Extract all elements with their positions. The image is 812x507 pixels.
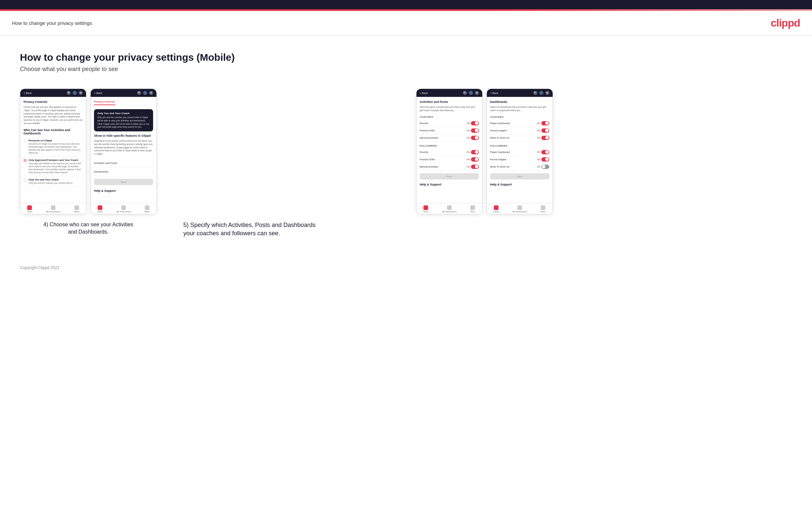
copyright: Copyright Clippd 2022	[20, 266, 59, 270]
home-icon-2	[98, 206, 102, 210]
phone-1-content: Privacy Controls Control how you and you…	[20, 97, 86, 203]
coaches-round-insights-toggle[interactable]	[541, 128, 549, 133]
menu-icon-3	[470, 206, 475, 210]
user-icon-4[interactable]: 👤	[539, 91, 543, 95]
right-pair: < Back 🔍 👤 ⚙ Activities and Posts Select…	[416, 89, 553, 214]
option-followers[interactable]: Only Approved Followers and Your Coach O…	[23, 157, 83, 176]
coaches-rounds-label: Rounds	[420, 122, 428, 125]
menu-icon-4	[541, 206, 545, 210]
option-coach-only-title: Only You and Your Coach	[29, 178, 72, 181]
nav-performance-label: My Performance	[46, 211, 60, 213]
followers-drills-label: Practice Drills	[420, 158, 435, 161]
phone-2-back[interactable]: < Back	[94, 92, 102, 95]
nav-menu-3[interactable]: Menu	[470, 206, 475, 213]
save-button-3[interactable]: Save	[420, 173, 479, 179]
followers-round-insights-row: Round Insights ON	[490, 156, 549, 163]
who-can-see-title: Who Can See Your Activities and Dashboar…	[23, 128, 83, 135]
coaches-manual-toggle[interactable]	[471, 136, 479, 140]
coaches-rounds-toggle[interactable]	[471, 121, 479, 125]
option-followers-title: Only Approved Followers and Your Coach	[29, 159, 83, 162]
option-followers-desc: Only approved followers and coaches you …	[29, 162, 83, 174]
followers-manual-toggle[interactable]	[471, 165, 479, 169]
right-group: < Back 🔍 👤 ⚙ Activities and Posts Select…	[177, 89, 792, 238]
followers-player-dash-toggle-group: ON	[537, 150, 549, 154]
nav-menu-label: Menu	[74, 211, 79, 213]
radio-everyone[interactable]	[23, 139, 27, 143]
option-coach-only[interactable]: Only You and Your Coach Only you and the…	[23, 176, 83, 187]
nav-performance-2[interactable]: My Performance	[116, 206, 131, 213]
activities-posts-row[interactable]: Activities and Posts ›	[94, 159, 153, 168]
search-icon-2[interactable]: 🔍	[137, 91, 141, 95]
save-button-2[interactable]: Save	[94, 179, 153, 185]
performance-icon-4	[517, 206, 522, 210]
nav-home[interactable]: Home	[27, 206, 32, 213]
coaches-drills-toggle[interactable]	[471, 128, 479, 133]
more-icon-4[interactable]: ⚙	[545, 91, 549, 95]
coaches-rounds-toggle-group: ON	[467, 121, 479, 125]
coaches-round-insights-on-text: ON	[537, 129, 540, 132]
user-icon-3[interactable]: 👤	[469, 91, 473, 95]
dashboards-label: Dashboards	[94, 170, 108, 173]
followers-drills-toggle[interactable]	[471, 157, 479, 162]
followers-drills-on-text: ON	[467, 158, 470, 161]
activities-posts-label: Activities and Posts	[94, 162, 117, 165]
screenshots-section: < Back 🔍 👤 ⚙ Privacy Controls Control ho…	[20, 89, 792, 238]
nav-home-3[interactable]: Home	[423, 206, 428, 213]
left-group: < Back 🔍 👤 ⚙ Privacy Controls Control ho…	[20, 89, 157, 236]
coaches-player-dash-toggle[interactable]	[541, 121, 549, 125]
followers-player-dash-toggle[interactable]	[541, 150, 549, 154]
caption-left: 4) Choose who can see your Activities an…	[42, 221, 135, 236]
nav-my-performance[interactable]: My Performance	[46, 206, 60, 213]
coaches-drills-row: Practice Drills ON	[420, 127, 479, 134]
radio-followers[interactable]	[23, 159, 27, 162]
footer: Copyright Clippd 2022	[0, 258, 812, 278]
coaches-manual-on-text: ON	[467, 137, 470, 139]
privacy-controls-tab[interactable]: Privacy Controls	[94, 100, 115, 105]
followers-what-to-work-toggle[interactable]	[541, 165, 549, 169]
performance-icon	[51, 206, 55, 210]
user-icon[interactable]: 👤	[73, 91, 77, 95]
more-icon[interactable]: ⚙	[79, 91, 83, 95]
option-everyone-desc: Everyone on Clippd can search for you an…	[29, 143, 83, 154]
option-everyone[interactable]: Everyone on Clippd Everyone on Clippd ca…	[23, 137, 83, 157]
nav-menu-4[interactable]: Menu	[541, 206, 546, 213]
followers-manual-on-text: ON	[467, 166, 470, 168]
main-content: How to change your privacy settings (Mob…	[0, 36, 812, 258]
phone-3-bottom-nav: Home My Performance Menu	[416, 203, 482, 214]
coaches-what-to-work-toggle[interactable]	[541, 136, 549, 140]
followers-player-dash-row: Player Dashboard ON	[490, 149, 549, 156]
nav-menu-label-2: Menu	[145, 211, 149, 213]
followers-what-to-work-toggle-group: ON	[537, 165, 549, 169]
search-icon-3[interactable]: 🔍	[463, 91, 467, 95]
nav-home-2[interactable]: Home	[97, 206, 103, 213]
phone-4-back[interactable]: < Back	[490, 92, 499, 95]
more-icon-2[interactable]: ⚙	[149, 91, 153, 95]
nav-performance-4[interactable]: My Performance	[512, 206, 527, 213]
user-icon-2[interactable]: 👤	[143, 91, 147, 95]
search-icon[interactable]: 🔍	[67, 91, 71, 95]
logo: clippd	[771, 17, 800, 29]
coaches-manual-toggle-group: ON	[467, 136, 479, 140]
coaches-what-to-work-toggle-group: ON	[537, 136, 549, 140]
search-icon-4[interactable]: 🔍	[534, 91, 537, 95]
home-icon	[27, 206, 32, 210]
followers-rounds-label: Rounds	[420, 151, 428, 154]
nav-menu[interactable]: Menu	[74, 206, 79, 213]
coaches-rounds-row: Rounds ON	[420, 120, 479, 127]
dashboards-row[interactable]: Dashboards ›	[94, 168, 153, 176]
followers-round-insights-toggle[interactable]	[541, 157, 549, 162]
nav-menu-2[interactable]: Menu	[145, 206, 149, 213]
nav-performance-label-3: My Performance	[442, 211, 457, 213]
followers-rounds-toggle[interactable]	[471, 150, 479, 154]
nav-home-4[interactable]: Home	[494, 206, 499, 213]
radio-coach-only[interactable]	[23, 178, 27, 181]
phone-3-back[interactable]: < Back	[420, 92, 428, 95]
nav-performance-3[interactable]: My Performance	[442, 206, 457, 213]
phone-1-back[interactable]: < Back	[23, 92, 32, 95]
menu-icon-2	[145, 206, 149, 210]
option-everyone-title: Everyone on Clippd	[29, 139, 83, 142]
help-support-2: Help & Support	[94, 189, 153, 192]
coaches-round-insights-label: Round Insights	[490, 129, 507, 132]
more-icon-3[interactable]: ⚙	[475, 91, 479, 95]
save-button-4[interactable]: Save	[490, 173, 549, 179]
